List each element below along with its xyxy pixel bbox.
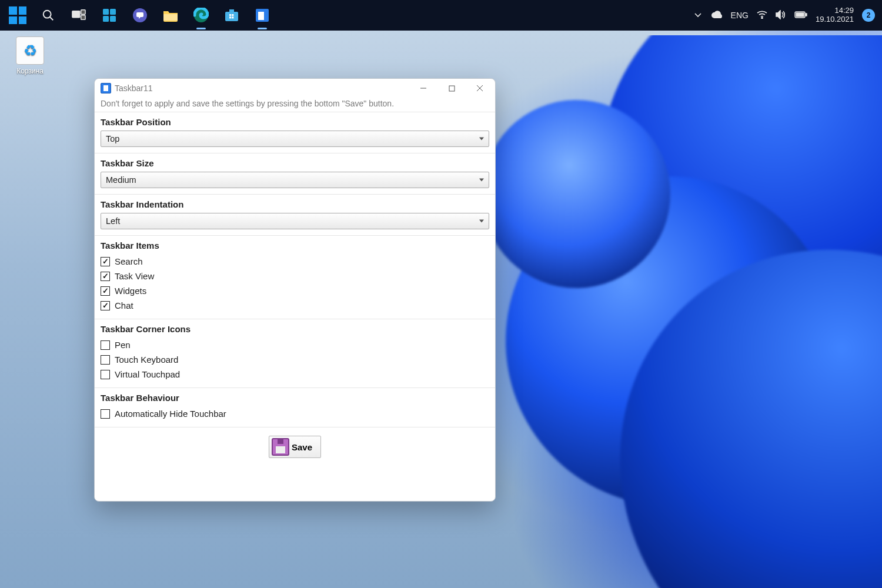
- svg-point-20: [761, 17, 763, 18]
- section-items: Taskbar Items Search Task View Widgets C…: [95, 235, 495, 319]
- window-title: Taskbar11: [115, 83, 153, 93]
- svg-rect-23: [796, 13, 804, 16]
- search-icon[interactable]: [38, 5, 59, 26]
- maximize-button[interactable]: [437, 79, 466, 98]
- svg-rect-25: [449, 86, 455, 91]
- checkbox-virtual-touchpad[interactable]: [101, 370, 110, 379]
- language-indicator[interactable]: ENG: [731, 11, 749, 20]
- hint-text: Don't forget to apply and save the setti…: [95, 98, 495, 112]
- checkbox-touch-keyboard[interactable]: [101, 355, 110, 365]
- wifi-icon[interactable]: [757, 11, 767, 21]
- svg-rect-10: [136, 12, 143, 17]
- checkbox-pen[interactable]: [101, 340, 110, 350]
- svg-rect-4: [81, 15, 85, 19]
- start-button[interactable]: [7, 5, 28, 26]
- recycle-bin-label: Корзина: [7, 67, 53, 75]
- section-size: Taskbar Size Medium: [95, 153, 495, 194]
- svg-rect-22: [806, 14, 807, 16]
- svg-rect-11: [163, 14, 178, 21]
- svg-rect-7: [103, 16, 109, 22]
- recycle-icon: ♻: [24, 42, 37, 60]
- heading-indent: Taskbar Indentation: [101, 199, 489, 209]
- edge-icon[interactable]: [191, 5, 212, 26]
- heading-size: Taskbar Size: [101, 158, 489, 168]
- svg-rect-17: [232, 16, 233, 18]
- checkbox-search[interactable]: [101, 257, 110, 266]
- section-corner: Taskbar Corner Icons Pen Touch Keyboard …: [95, 319, 495, 387]
- checkbox-task-view[interactable]: [101, 272, 110, 281]
- widgets-icon[interactable]: [99, 5, 120, 26]
- volume-icon[interactable]: [776, 10, 786, 21]
- close-button[interactable]: [466, 79, 494, 98]
- heading-position: Taskbar Position: [101, 117, 489, 127]
- svg-rect-2: [72, 11, 80, 18]
- battery-icon[interactable]: [794, 11, 807, 20]
- checkbox-widgets[interactable]: [101, 286, 110, 296]
- svg-point-0: [44, 11, 51, 18]
- dropdown-indent[interactable]: Left: [101, 213, 489, 229]
- notification-badge[interactable]: 2: [862, 9, 875, 22]
- save-button[interactable]: Save: [269, 436, 321, 458]
- section-position: Taskbar Position Top: [95, 112, 495, 153]
- svg-line-1: [50, 17, 53, 20]
- section-indent: Taskbar Indentation Left: [95, 194, 495, 235]
- clock[interactable]: 14:29 19.10.2021: [816, 6, 854, 24]
- checkbox-auto-hide[interactable]: [101, 409, 110, 419]
- heading-corner: Taskbar Corner Icons: [101, 324, 489, 334]
- heading-items: Taskbar Items: [101, 240, 489, 250]
- svg-rect-5: [103, 9, 109, 15]
- date-text: 19.10.2021: [816, 15, 854, 24]
- svg-rect-8: [110, 16, 116, 22]
- chat-icon[interactable]: [129, 5, 151, 26]
- app-icon: [101, 83, 111, 93]
- file-explorer-icon[interactable]: [160, 5, 181, 26]
- ms-store-icon[interactable]: [221, 5, 242, 26]
- minimize-button[interactable]: [409, 79, 437, 98]
- floppy-icon: [272, 438, 289, 456]
- svg-rect-16: [229, 16, 231, 18]
- task-view-icon[interactable]: [68, 5, 89, 26]
- taskbar11-window: Taskbar11 Don't forget to apply and save…: [94, 78, 496, 502]
- onedrive-icon[interactable]: [711, 11, 723, 21]
- time-text: 14:29: [816, 6, 854, 15]
- svg-rect-3: [81, 10, 85, 14]
- checkbox-chat[interactable]: [101, 301, 110, 310]
- svg-rect-6: [110, 9, 116, 15]
- svg-rect-13: [225, 12, 238, 21]
- dropdown-size[interactable]: Medium: [101, 172, 489, 188]
- taskbar: ENG 14:29 19.10.2021 2: [0, 0, 882, 31]
- taskbar11-app-icon[interactable]: [252, 5, 273, 26]
- recycle-bin[interactable]: ♻ Корзина: [7, 36, 53, 75]
- titlebar[interactable]: Taskbar11: [95, 79, 495, 98]
- svg-rect-14: [229, 14, 231, 16]
- heading-behaviour: Taskbar Behaviour: [101, 393, 489, 403]
- svg-rect-19: [258, 12, 264, 20]
- section-behaviour: Taskbar Behaviour Automatically Hide Tou…: [95, 387, 495, 427]
- svg-rect-15: [232, 14, 233, 16]
- chevron-down-icon[interactable]: [693, 10, 703, 21]
- dropdown-position[interactable]: Top: [101, 131, 489, 147]
